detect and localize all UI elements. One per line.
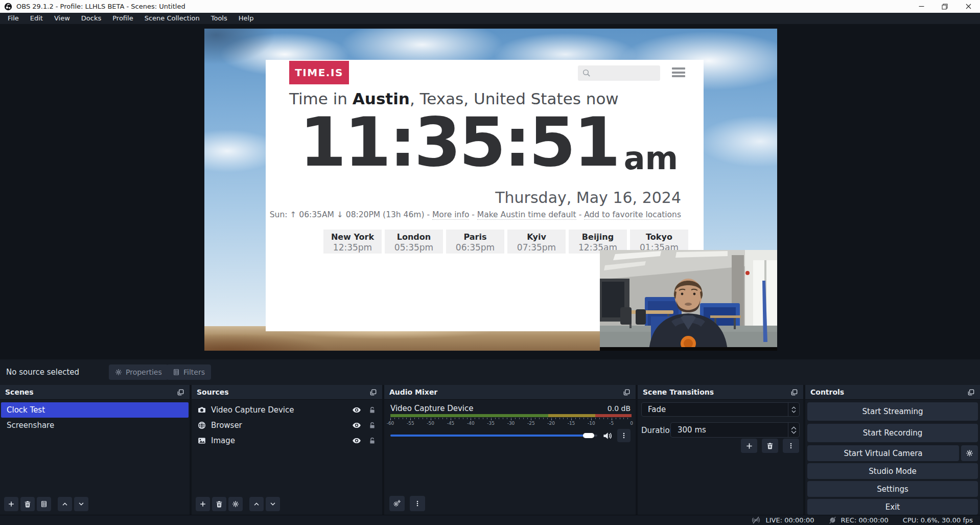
source-up-button[interactable] [249, 497, 264, 511]
scene-item-clock-test[interactable]: Clock Test [1, 402, 189, 418]
start-streaming-button[interactable]: Start Streaming [807, 402, 978, 421]
virtual-camera-settings-button[interactable] [961, 445, 978, 461]
lock-icon[interactable] [368, 422, 376, 429]
popout-icon[interactable] [369, 389, 377, 396]
restore-button[interactable] [933, 0, 956, 13]
source-selection-bar: No source selected Properties Filters [0, 359, 980, 385]
meter-scale: -60 -55 -50 -45 -40 -35 -30 -25 -20 -15 … [390, 418, 632, 427]
mixer-menu-button[interactable] [410, 496, 425, 511]
start-virtual-camera-button[interactable]: Start Virtual Camera [807, 445, 959, 461]
menu-edit[interactable]: Edit [25, 13, 49, 24]
duration-spinbox[interactable]: 300 ms [670, 422, 800, 438]
scene-item-screenshare[interactable]: Screenshare [1, 418, 189, 433]
speaker-icon[interactable] [602, 431, 612, 441]
volume-slider-handle[interactable] [583, 433, 594, 438]
source-down-button[interactable] [266, 497, 280, 511]
scenes-dock: Scenes Clock Test Screenshare [0, 385, 190, 515]
obs-logo-icon [4, 3, 12, 11]
exit-button[interactable]: Exit [807, 499, 978, 515]
volume-slider[interactable] [390, 435, 597, 437]
start-recording-button[interactable]: Start Recording [807, 424, 978, 442]
visibility-eye-icon[interactable] [352, 405, 361, 415]
webcam-video-source[interactable] [600, 250, 777, 351]
mixer-channel-name: Video Capture Device [390, 404, 474, 413]
controls-header: Controls [805, 385, 980, 400]
scene-transitions-dock: Scene Transitions Fade Duration 300 ms [638, 385, 803, 515]
scene-filters-button[interactable] [37, 497, 51, 511]
scene-list: Clock Test Screenshare [0, 402, 190, 433]
source-properties-button[interactable] [228, 497, 243, 511]
spinbox-arrows[interactable] [788, 423, 799, 437]
transitions-header: Scene Transitions [638, 385, 803, 400]
image-icon [198, 437, 206, 445]
live-timer: LIVE: 00:00:00 [765, 516, 814, 524]
cpu-fps-stats: CPU: 0.6%, 30.00 fps [903, 516, 973, 524]
visibility-eye-icon[interactable] [352, 436, 361, 445]
visibility-eye-icon[interactable] [352, 421, 361, 430]
clock-meridiem: am [624, 140, 678, 177]
window-title: OBS 29.1.2 - Profile: LLHLS BETA - Scene… [16, 3, 185, 10]
remove-transition-button[interactable] [762, 439, 778, 453]
sources-dock: Sources Video Capture Device [192, 385, 382, 515]
filters-button[interactable]: Filters [167, 364, 211, 380]
popout-icon[interactable] [623, 389, 631, 396]
close-button[interactable] [956, 0, 980, 13]
menu-help[interactable]: Help [233, 13, 260, 24]
properties-button[interactable]: Properties [109, 364, 168, 380]
audio-level-meter [390, 414, 632, 417]
minimize-button[interactable] [909, 0, 933, 13]
stream-status-icon [751, 516, 761, 524]
scenes-toolbar [4, 497, 88, 511]
page-date: Thursday, May 16, 2024 [495, 189, 681, 207]
menu-file[interactable]: File [2, 13, 25, 24]
select-spinner-icons[interactable] [788, 403, 799, 416]
page-search-input [578, 65, 660, 81]
sun-info-line: Sun: ↑ 06:35AM ↓ 08:20PM (13h 46m) - Mor… [270, 210, 681, 219]
popout-icon[interactable] [967, 389, 975, 396]
remove-scene-button[interactable] [20, 497, 35, 511]
remove-source-button[interactable] [212, 497, 226, 511]
add-favorite-link: Add to favorite locations [584, 210, 681, 220]
obs-main-window: OBS 29.1.2 - Profile: LLHLS BETA - Scene… [0, 0, 980, 525]
source-row-video-capture[interactable]: Video Capture Device [192, 402, 382, 418]
lock-icon[interactable] [368, 406, 376, 414]
add-source-button[interactable] [196, 497, 210, 511]
make-default-link: Make Austin time default [477, 210, 576, 220]
add-transition-button[interactable] [741, 439, 757, 453]
studio-mode-button[interactable]: Studio Mode [807, 463, 978, 479]
transition-select[interactable]: Fade [641, 402, 800, 417]
channel-menu-button[interactable] [617, 429, 631, 442]
sources-toolbar [196, 497, 280, 511]
advanced-audio-button[interactable] [389, 496, 405, 511]
mixer-level-db: 0.0 dB [608, 404, 631, 413]
program-video[interactable]: TIME.IS Time in Austin, Texas, United St… [204, 29, 777, 351]
scenes-header: Scenes [0, 385, 190, 400]
scene-down-button[interactable] [74, 497, 88, 511]
sources-header: Sources [192, 385, 382, 400]
menu-profile[interactable]: Profile [107, 13, 138, 24]
camera-icon [198, 406, 206, 414]
popout-icon[interactable] [177, 389, 184, 396]
globe-icon [198, 421, 206, 429]
source-row-image[interactable]: Image [192, 433, 382, 448]
settings-button[interactable]: Settings [807, 481, 978, 497]
preview-canvas[interactable]: TIME.IS Time in Austin, Texas, United St… [0, 24, 980, 359]
transition-menu-button[interactable] [783, 439, 799, 453]
gear-icon [115, 369, 122, 376]
hamburger-menu-icon [672, 67, 685, 77]
add-scene-button[interactable] [4, 497, 18, 511]
source-row-browser[interactable]: Browser [192, 418, 382, 433]
menu-scene-collection[interactable]: Scene Collection [139, 13, 205, 24]
title-bar: OBS 29.1.2 - Profile: LLHLS BETA - Scene… [0, 0, 980, 13]
popout-icon[interactable] [790, 389, 798, 396]
audio-mixer-header: Audio Mixer [384, 385, 636, 400]
timeis-logo: TIME.IS [289, 61, 349, 84]
selection-status-text: No source selected [6, 368, 79, 377]
menu-tools[interactable]: Tools [205, 13, 233, 24]
city-box: Kyiv07:35pm [507, 230, 566, 254]
city-box: New York12:35pm [323, 230, 382, 254]
menu-docks[interactable]: Docks [76, 13, 107, 24]
scene-up-button[interactable] [58, 497, 72, 511]
menu-view[interactable]: View [49, 13, 76, 24]
lock-icon[interactable] [368, 437, 376, 445]
